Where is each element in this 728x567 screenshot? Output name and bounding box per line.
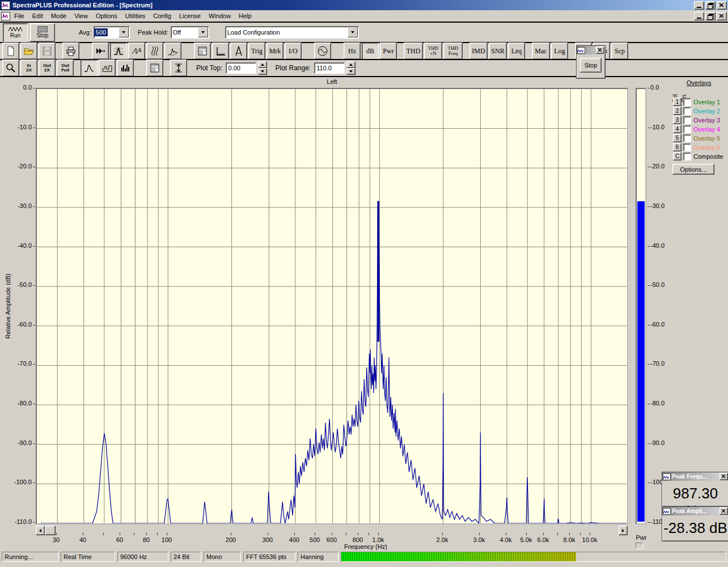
open-file-button[interactable] <box>20 43 37 60</box>
chevron-down-icon[interactable] <box>348 27 358 37</box>
minimize-button[interactable] <box>694 1 704 10</box>
close-icon[interactable] <box>596 46 604 54</box>
macro-button[interactable]: Mac <box>532 43 550 60</box>
snr-button[interactable]: SNR <box>489 43 507 60</box>
waveform-icon <box>663 508 671 515</box>
zoom-out-2x-button[interactable]: Out 2X <box>39 60 56 77</box>
menu-view[interactable]: View <box>70 11 92 20</box>
spectrum-plot[interactable] <box>36 88 628 524</box>
calipers-button[interactable] <box>230 43 247 60</box>
save-file-button[interactable] <box>39 43 56 60</box>
spectrum-view-button[interactable] <box>110 43 127 60</box>
bar-plot-style-button[interactable] <box>117 60 134 77</box>
overlay-on-checkbox-5[interactable] <box>683 134 691 142</box>
step-plot-style-button[interactable] <box>99 60 116 77</box>
zoom-button[interactable] <box>2 60 19 77</box>
leq-button[interactable]: Leq <box>508 43 525 60</box>
overlay-set-button-1[interactable]: 1 <box>673 98 682 106</box>
new-file-button[interactable] <box>2 43 19 60</box>
overlay-set-button-2[interactable]: 2 <box>673 107 682 115</box>
overlay-on-checkbox-2[interactable] <box>683 107 691 115</box>
menu-help[interactable]: Help <box>235 11 256 20</box>
display-settings-button[interactable] <box>194 43 211 60</box>
floating-stop-button[interactable]: Stop <box>580 58 602 73</box>
trigger-button[interactable]: Trig <box>248 43 265 60</box>
scroll-left-button[interactable] <box>36 526 45 535</box>
plot-top-value: 0.00 <box>228 65 240 71</box>
menu-bar: File Edit Mode View Options Utilities Co… <box>0 10 728 22</box>
overlay-set-button-C[interactable]: C <box>673 152 682 160</box>
avg-combobox[interactable]: 500 <box>94 26 130 39</box>
thd-freq-button[interactable]: THD Freq <box>443 43 463 60</box>
thd-plus-n-button[interactable]: THD +N <box>424 43 442 60</box>
close-icon[interactable] <box>719 473 728 480</box>
menu-license[interactable]: License <box>175 11 205 20</box>
overlay-on-checkbox-6[interactable] <box>683 143 691 151</box>
units-hz-button[interactable]: Hz <box>344 43 361 60</box>
units-db-button[interactable]: dB <box>362 43 379 60</box>
scales-button[interactable] <box>212 43 229 60</box>
close-icon[interactable] <box>719 507 728 515</box>
surface-view-button[interactable] <box>164 43 181 60</box>
overlay-on-checkbox-C[interactable] <box>683 153 691 160</box>
units-pwr-button[interactable]: Pwr <box>380 43 397 60</box>
plot-options-button[interactable] <box>146 60 163 77</box>
x-axis-tick <box>369 532 369 535</box>
menu-file[interactable]: File <box>10 11 28 20</box>
right-axis-tick <box>647 443 650 444</box>
overlay-on-checkbox-3[interactable] <box>683 116 691 124</box>
waveform-view-button[interactable] <box>128 43 145 60</box>
stop-button[interactable]: Stop <box>30 23 55 42</box>
waveform-view-icon <box>131 45 142 57</box>
plot-top-input[interactable]: 0.00 <box>226 62 256 74</box>
overlay-set-button-3[interactable]: 3 <box>673 116 682 124</box>
spin-down-icon[interactable] <box>346 68 355 75</box>
plot-range-input[interactable]: 110.0 <box>314 62 345 74</box>
child-minimize-button[interactable] <box>694 12 704 20</box>
marker-button[interactable]: Mrk <box>266 43 283 60</box>
menu-mode[interactable]: Mode <box>47 11 71 20</box>
overlay-set-button-6[interactable]: 6 <box>673 143 682 151</box>
load-configuration-combobox[interactable]: Load Configuration <box>225 26 359 39</box>
menu-window[interactable]: Window <box>205 11 235 20</box>
fast-forward-button[interactable] <box>92 43 109 60</box>
overlay-on-checkbox-4[interactable] <box>683 125 691 133</box>
imd-button[interactable]: IMD <box>469 43 488 60</box>
peak-hold-combobox[interactable]: Off <box>171 26 209 39</box>
io-button[interactable]: I/O <box>285 43 302 60</box>
menu-config[interactable]: Config <box>149 11 175 20</box>
spectrogram-view-button[interactable] <box>146 43 163 60</box>
menu-utilities[interactable]: Utilities <box>121 11 149 20</box>
vertical-range-button[interactable] <box>170 60 187 77</box>
zoom-out-full-button[interactable]: Out Full <box>57 60 74 77</box>
zoom-in-2x-button[interactable]: In 2X <box>20 60 37 77</box>
y-axis-tick-label: -60.0 <box>7 321 32 328</box>
log-button[interactable]: Log <box>551 43 568 60</box>
overlay-label: Overlay 4 <box>693 126 720 133</box>
menu-edit[interactable]: Edit <box>28 11 47 20</box>
scrollbar-thumb[interactable] <box>45 526 56 535</box>
overlay-options-button[interactable]: Options... <box>672 164 714 175</box>
signal-generator-button[interactable] <box>314 43 331 60</box>
child-close-button[interactable] <box>717 12 727 20</box>
spin-up-icon[interactable] <box>258 61 267 68</box>
restore-button[interactable] <box>705 1 716 10</box>
chevron-down-icon[interactable] <box>198 27 208 37</box>
run-button[interactable]: Run <box>3 23 28 42</box>
spin-down-icon[interactable] <box>258 68 267 75</box>
meter-resize-grip[interactable] <box>636 543 644 549</box>
spin-up-icon[interactable] <box>346 61 355 68</box>
y-axis-tick-label: -10.0 <box>7 124 32 130</box>
chevron-down-icon[interactable] <box>118 27 129 37</box>
print-button[interactable] <box>62 43 79 60</box>
scope-button[interactable]: Scp <box>611 43 628 60</box>
scroll-right-button[interactable] <box>619 526 628 535</box>
menu-options[interactable]: Options <box>92 11 121 20</box>
overlay-set-button-4[interactable]: 4 <box>673 125 682 133</box>
overlay-set-button-5[interactable]: 5 <box>673 134 682 142</box>
child-restore-button[interactable] <box>705 12 716 20</box>
line-plot-style-button[interactable] <box>81 60 98 77</box>
close-button[interactable] <box>717 1 727 10</box>
thd-button[interactable]: THD <box>404 43 423 60</box>
overlay-on-checkbox-1[interactable] <box>683 98 691 106</box>
